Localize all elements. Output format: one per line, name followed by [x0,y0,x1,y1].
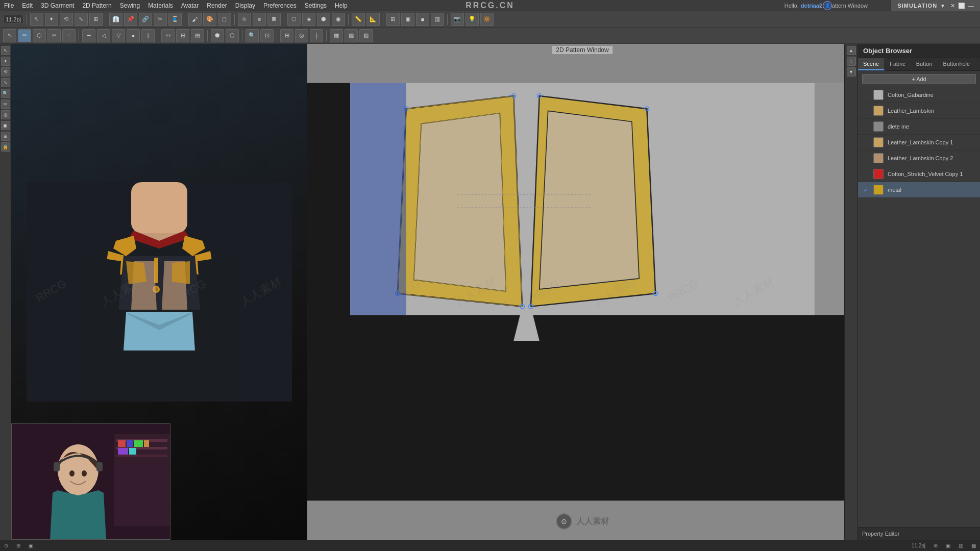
zoom-2d[interactable]: 🔍 [246,29,259,42]
menu-2d-pattern[interactable]: 2D Pattern [82,2,111,9]
eraser-tool[interactable]: ◻ [218,13,231,26]
render-tool[interactable]: 🔆 [480,13,494,26]
notch-tool[interactable]: ▽ [112,29,125,42]
rt-btn-2[interactable]: ↕ [847,57,856,66]
arrange-2d[interactable]: ▤ [191,29,204,42]
simulation-maximize-icon[interactable]: — [968,3,974,9]
left-tool-7[interactable]: ◎ [1,110,10,119]
brush-tool[interactable]: 🖌 [188,13,202,26]
ruler-tool[interactable]: 📐 [366,13,380,26]
cut-2d[interactable]: ✂ [47,29,61,42]
transform-tool[interactable]: ⊞ [89,13,103,26]
dart-tool[interactable]: ◁ [97,29,110,42]
user-avatar-icon[interactable]: 👤 [823,1,832,10]
sim-tool-3[interactable]: ⬢ [317,13,330,26]
edit-2d[interactable]: ⬡ [33,29,46,42]
solid-tool[interactable]: ■ [416,13,429,26]
menu-display[interactable]: Display [235,2,255,9]
menu-avatar[interactable]: Avatar [181,2,199,9]
grid-2d[interactable]: ⊞ [280,29,293,42]
scale-tool[interactable]: ⤡ [75,13,88,26]
snap-2d[interactable]: ◎ [295,29,308,42]
tab-topstitch[interactable]: Topstitch [975,58,980,70]
show-normal[interactable]: ▨ [359,29,373,42]
grid-tool[interactable]: ⊞ [386,13,400,26]
menu-settings[interactable]: Settings [305,2,327,9]
text-2d[interactable]: T [141,29,155,42]
fold-2d[interactable]: ≡ [62,29,76,42]
menu-3d-garment[interactable]: 3D Garment [41,2,74,9]
seam-2d[interactable]: ⬟ [211,29,224,42]
fit-2d[interactable]: ⊡ [260,29,274,42]
simulation-dropdown-icon[interactable]: ▼ [940,3,945,9]
rt-btn-3[interactable]: ▼ [847,67,856,77]
left-tool-3[interactable]: ⟲ [1,67,10,77]
rt-btn-1[interactable]: ▲ [847,46,856,55]
material-item-metal[interactable]: ✓ metal [858,182,980,198]
measure-tool[interactable]: 📏 [352,13,365,26]
material-item-cotton-gabardine[interactable]: Cotton_Gabardine [858,87,980,103]
menu-edit[interactable]: Edit [22,2,33,9]
add-material-button[interactable]: + Add [862,74,976,84]
menu-help[interactable]: Help [335,2,348,9]
show-wire[interactable]: ▧ [345,29,358,42]
tab-buttonhole[interactable]: Buttonhole [938,58,976,70]
material-item-lambskin-copy2[interactable]: Leather_Lambskin Copy 2 [858,151,980,166]
left-tool-1[interactable]: ↖ [1,46,10,55]
3d-view[interactable]: RRCG 人人素材 RRCG 人人素材 [11,44,307,540]
pattern-svg[interactable] [307,44,857,540]
2d-pattern-view[interactable]: 2D Pattern Window [307,44,857,540]
light-tool[interactable]: 💡 [465,13,479,26]
left-tool-6[interactable]: ✏ [1,99,10,109]
menu-sewing[interactable]: Sewing [120,2,140,9]
cut-tool[interactable]: ✂ [154,13,167,26]
sew-tool[interactable]: 🧵 [168,13,182,26]
paint-tool[interactable]: 🎨 [203,13,216,26]
symmetry-2d[interactable]: ⊞ [176,29,189,42]
texture-tool[interactable]: ▥ [431,13,444,26]
simulation-expand-icon[interactable]: ⬜ [958,3,965,9]
sim-tool-1[interactable]: ⬡ [287,13,301,26]
simulation-close-icon[interactable]: ✕ [950,3,955,9]
tab-button[interactable]: Button [911,58,938,70]
menu-render[interactable]: Render [207,2,227,9]
move-tool[interactable]: ✦ [45,13,58,26]
pin-tool[interactable]: 📌 [124,13,137,26]
select-2d[interactable]: ↖ [3,29,16,42]
camera-tool[interactable]: 📷 [451,13,464,26]
left-tool-2[interactable]: ✦ [1,57,10,66]
snap-tool[interactable]: 🔗 [139,13,152,26]
draw-2d[interactable]: ✏ [18,29,31,42]
menu-materials[interactable]: Materials [148,2,173,9]
menu-preferences[interactable]: Preferences [263,2,297,9]
select-tool[interactable]: ↖ [30,13,43,26]
material-item-velvet-copy1[interactable]: Cotton_Stretch_Velvet Copy 1 [858,166,980,182]
tab-fabric[interactable]: Fabric [885,58,911,70]
material-item-lambskin-copy1[interactable]: Leather_Lambskin Copy 1 [858,135,980,151]
left-tool-8[interactable]: ▣ [1,121,10,130]
left-tool-10[interactable]: 🔒 [1,142,10,152]
tab-scene[interactable]: Scene [858,58,885,70]
wire-tool[interactable]: ▣ [401,13,414,26]
material-item-dlete-me[interactable]: dlete me [858,119,980,135]
topstitch-2d[interactable]: ⬠ [226,29,239,42]
internal-line[interactable]: ━ [82,29,95,42]
material-item-leather-lambskin[interactable]: Leather_Lambskin [858,103,980,119]
garment-tool[interactable]: 👔 [109,13,122,26]
wrinkle-tool[interactable]: ≋ [238,13,251,26]
sim-tool-4[interactable]: ◉ [332,13,345,26]
mirror-2d[interactable]: ⇔ [161,29,175,42]
sim-tool-2[interactable]: ◈ [302,13,315,26]
fold-tool[interactable]: ≡ [253,13,266,26]
button-2d[interactable]: ● [127,29,140,42]
left-tool-9[interactable]: ⊞ [1,132,10,141]
menu-file[interactable]: File [4,2,14,9]
show-seg[interactable]: ▦ [330,29,343,42]
left-tool-5[interactable]: 🔍 [1,89,10,98]
simulation-button[interactable]: SIMULATION ▼ ✕ ⬜ — [891,0,980,11]
tuck-tool[interactable]: ≣ [267,13,281,26]
rotate-tool[interactable]: ⟲ [60,13,73,26]
left-tool-4[interactable]: ⤡ [1,78,10,87]
guide-2d[interactable]: ┼ [310,29,323,42]
property-editor-section[interactable]: Property Editor [858,527,980,540]
